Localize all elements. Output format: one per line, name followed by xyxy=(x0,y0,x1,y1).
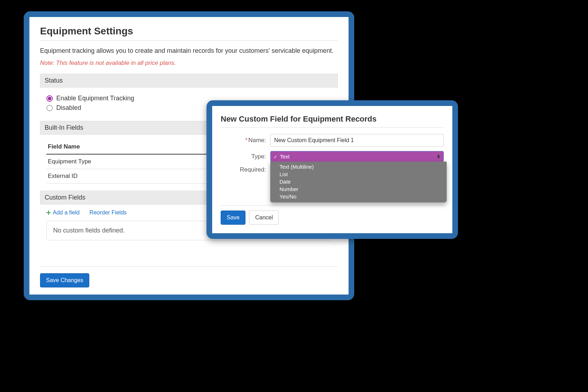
save-changes-button[interactable]: Save Changes xyxy=(40,273,89,287)
status-section-header: Status xyxy=(40,74,338,88)
radio-label: Disabled xyxy=(56,104,81,112)
required-label: Required: xyxy=(221,166,270,173)
required-star-icon: * xyxy=(245,137,248,144)
type-option[interactable]: Yes/No xyxy=(270,193,447,200)
new-custom-field-modal: New Custom Field for Equipment Records *… xyxy=(212,106,452,233)
footer-divider xyxy=(40,267,338,267)
cell-name: Equipment Type xyxy=(46,154,217,169)
stepper-icon xyxy=(437,153,442,160)
name-label: *Name: xyxy=(221,137,270,144)
radio-icon xyxy=(46,105,53,111)
type-label: Type: xyxy=(221,153,270,160)
name-input[interactable] xyxy=(270,134,444,147)
radio-icon xyxy=(46,95,53,102)
cell-name: External ID xyxy=(46,169,217,184)
plus-icon xyxy=(46,211,51,215)
type-option[interactable]: Date xyxy=(270,178,447,185)
form-row-name: *Name: xyxy=(221,134,444,147)
type-select[interactable]: ✓ Text Text (Multiline) List Date Number… xyxy=(270,151,444,162)
note-text: Note: This feature is not available in a… xyxy=(40,60,338,67)
cancel-button[interactable]: Cancel xyxy=(249,211,279,225)
type-option[interactable]: Text (Multiline) xyxy=(270,163,447,170)
intro-text: Equipment tracking allows you to create … xyxy=(40,47,338,55)
page-title: Equipment Settings xyxy=(40,26,338,41)
type-selected-value: Text xyxy=(280,153,290,159)
radio-label: Enable Equipment Tracking xyxy=(56,95,134,102)
modal-title: New Custom Field for Equipment Records xyxy=(221,114,444,128)
modal-frame: New Custom Field for Equipment Records *… xyxy=(207,100,458,239)
modal-divider xyxy=(221,205,444,206)
settings-footer: Save Changes xyxy=(40,260,338,287)
form-row-type: Type: ✓ Text Text (Multiline) List Date … xyxy=(221,151,444,162)
save-button[interactable]: Save xyxy=(221,211,245,225)
col-field-name: Field Name xyxy=(46,140,217,154)
check-icon: ✓ xyxy=(273,154,277,159)
add-field-label: Add a field xyxy=(53,209,80,216)
modal-actions: Save Cancel xyxy=(221,211,444,225)
type-dropdown-menu: Text (Multiline) List Date Number Yes/No xyxy=(270,162,447,202)
add-field-link[interactable]: Add a field xyxy=(46,209,80,216)
type-option[interactable]: List xyxy=(270,170,447,178)
reorder-label: Reorder Fields xyxy=(90,209,127,216)
type-option[interactable]: Number xyxy=(270,185,447,193)
type-select-display: ✓ Text xyxy=(270,151,444,162)
reorder-fields-link[interactable]: Reorder Fields xyxy=(90,209,127,216)
